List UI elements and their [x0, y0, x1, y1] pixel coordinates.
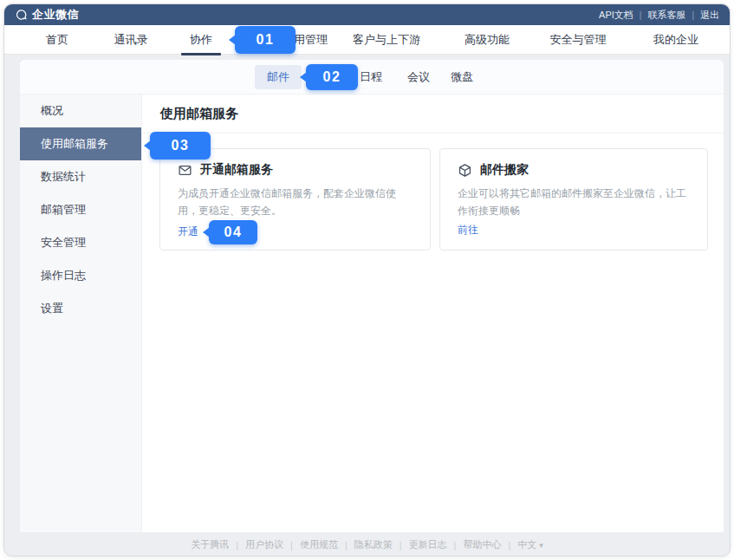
wechat-work-logo-icon	[15, 9, 28, 22]
divider: |	[290, 540, 293, 550]
sidebar-item-settings[interactable]: 设置	[20, 292, 141, 325]
brand[interactable]: 企业微信	[15, 7, 79, 23]
main-content: 使用邮箱服务	[141, 94, 724, 532]
sidebar-item-overview[interactable]: 概况	[20, 94, 141, 127]
top-bar: 企业微信 API文档 | 联系客服 | 退出	[4, 4, 730, 25]
divider: |	[508, 540, 510, 550]
panel-body: 概况 使用邮箱服务 数据统计 邮箱管理 安全管理 操作日志 设置 使用邮箱服务	[20, 94, 724, 532]
contact-support-link[interactable]: 联系客服	[647, 9, 685, 22]
subnav-item-drive[interactable]: 微盘	[451, 69, 473, 85]
sidebar-item-operation-log[interactable]: 操作日志	[20, 259, 141, 292]
card-header: 邮件搬家	[458, 162, 690, 178]
card-title: 开通邮箱服务	[200, 162, 273, 178]
subnav-item-schedule[interactable]: 日程	[360, 69, 382, 85]
step-badge-02: 02	[306, 64, 358, 90]
card-mail-migration: 邮件搬家 企业可以将其它邮箱的邮件搬家至企业微信，让工作衔接更顺畅 前往	[439, 148, 708, 251]
page-title: 使用邮箱服务	[160, 106, 238, 122]
footer-link-changelog[interactable]: 更新日志	[409, 538, 447, 551]
sidebar-item-statistics[interactable]: 数据统计	[20, 160, 141, 193]
open-service-link[interactable]: 开通	[178, 225, 198, 239]
divider: |	[399, 540, 402, 550]
envelope-icon	[178, 163, 192, 178]
divider: |	[692, 10, 694, 20]
main-nav: 首页 通讯录 协作 应用管理 客户与上下游 高级功能 安全与管理 我的企业 01	[4, 25, 730, 55]
step-badge-04: 04	[209, 220, 257, 244]
subnav-item-meeting[interactable]: 会议	[407, 69, 430, 85]
footer-link-help[interactable]: 帮助中心	[463, 538, 501, 551]
caret-down-icon: ▾	[539, 541, 543, 550]
card-description: 企业可以将其它邮箱的邮件搬家至企业微信，让工作衔接更顺畅	[458, 186, 690, 220]
card-action-row: 开通 04	[178, 220, 412, 244]
divider: |	[454, 540, 457, 550]
api-docs-link[interactable]: API文档	[599, 9, 633, 22]
sidebar: 概况 使用邮箱服务 数据统计 邮箱管理 安全管理 操作日志 设置	[20, 94, 141, 532]
feature-cards: 开通邮箱服务 为成员开通企业微信邮箱服务，配套企业微信使用，更稳定、更安全。 开…	[159, 148, 724, 251]
card-open-mail-service: 开通邮箱服务 为成员开通企业微信邮箱服务，配套企业微信使用，更稳定、更安全。 开…	[159, 148, 431, 251]
nav-item-my-company[interactable]: 我的企业	[653, 32, 698, 48]
nav-item-label: 协作	[190, 33, 212, 46]
language-label: 中文	[517, 538, 536, 551]
sidebar-item-use-mail-service[interactable]: 使用邮箱服务	[20, 127, 141, 160]
brand-name: 企业微信	[32, 7, 79, 23]
nav-item-home[interactable]: 首页	[46, 32, 68, 48]
language-selector[interactable]: 中文 ▾	[517, 538, 543, 551]
nav-item-advanced[interactable]: 高级功能	[464, 32, 510, 48]
footer: 关于腾讯| 用户协议| 使用规范| 隐私政策| 更新日志| 帮助中心| 中文 ▾	[4, 532, 730, 557]
card-title: 邮件搬家	[480, 162, 529, 178]
sidebar-item-mailbox-mgmt[interactable]: 邮箱管理	[20, 193, 141, 226]
divider: |	[345, 540, 348, 550]
footer-link-rules[interactable]: 使用规范	[300, 538, 338, 551]
page-title-row: 使用邮箱服务	[142, 94, 724, 133]
sub-nav: 邮件 日程 会议 微盘 02	[20, 60, 724, 94]
footer-link-privacy[interactable]: 隐私政策	[354, 538, 393, 551]
nav-item-security[interactable]: 安全与管理	[550, 32, 607, 48]
step-badge-01: 01	[235, 26, 296, 54]
nav-item-collaboration[interactable]: 协作	[190, 32, 212, 48]
footer-link-about[interactable]: 关于腾讯	[191, 538, 229, 551]
divider: |	[236, 540, 238, 550]
card-description: 为成员开通企业微信邮箱服务，配套企业微信使用，更稳定、更安全。	[178, 186, 412, 220]
subnav-item-mail[interactable]: 邮件	[255, 65, 302, 89]
card-header: 开通邮箱服务	[178, 162, 412, 178]
step-badge-03: 03	[150, 132, 211, 160]
content-panel: 邮件 日程 会议 微盘 02 概况 使用邮箱服务 数据统计 邮箱管理 安全管理 …	[20, 60, 724, 532]
nav-item-customers[interactable]: 客户与上下游	[353, 32, 420, 48]
card-action-row: 前往	[458, 223, 690, 238]
workspace: 邮件 日程 会议 微盘 02 概况 使用邮箱服务 数据统计 邮箱管理 安全管理 …	[4, 55, 730, 557]
sidebar-item-security-mgmt[interactable]: 安全管理	[20, 226, 141, 259]
footer-link-terms[interactable]: 用户协议	[245, 538, 283, 551]
go-to-link[interactable]: 前往	[458, 223, 478, 238]
app-window: 企业微信 API文档 | 联系客服 | 退出 首页 通讯录 协作 应用管理 客户…	[3, 3, 731, 557]
nav-item-contacts[interactable]: 通讯录	[114, 32, 148, 48]
topbar-links: API文档 | 联系客服 | 退出	[599, 9, 719, 22]
package-icon	[458, 163, 472, 178]
divider: |	[640, 10, 642, 20]
logout-link[interactable]: 退出	[700, 9, 719, 22]
